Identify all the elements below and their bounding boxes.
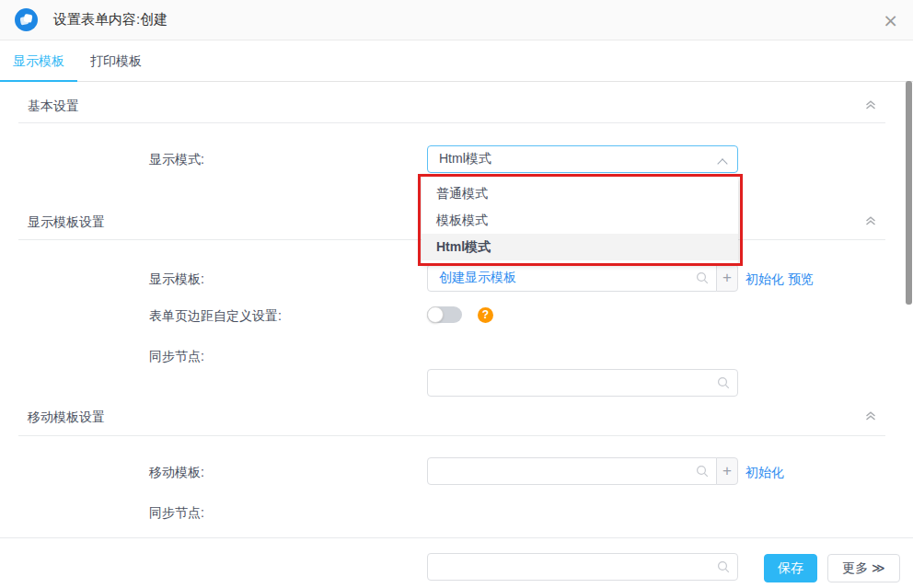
- tab-bar: 显示模板 打印模板: [0, 40, 913, 82]
- mobile-sync-node-input-wrap: [427, 553, 738, 581]
- close-icon[interactable]: ×: [883, 11, 898, 29]
- section-title-display-template: 显示模板设置: [28, 214, 105, 231]
- section-title-basic: 基本设置: [28, 98, 79, 115]
- init-mobile-template-link[interactable]: 初始化: [745, 465, 784, 481]
- page-margin-label: 表单页边距自定义设置:: [149, 308, 282, 325]
- display-mode-label: 显示模式:: [149, 152, 204, 168]
- tab-display-template[interactable]: 显示模板: [0, 40, 77, 81]
- mobile-sync-node-label: 同步节点:: [149, 505, 204, 522]
- display-mode-dropdown: 普通模式 模板模式 Html模式: [422, 177, 738, 264]
- mobile-sync-node-input[interactable]: [427, 553, 738, 581]
- collapse-icon-basic[interactable]: [863, 98, 878, 112]
- more-button[interactable]: 更多 ≫: [827, 554, 900, 582]
- dialog-header: 设置表单内容:创建 ×: [0, 0, 913, 40]
- display-mode-value: Html模式: [439, 151, 491, 167]
- sync-node-input[interactable]: [427, 369, 738, 397]
- section-title-mobile-template: 移动模板设置: [28, 409, 105, 426]
- vertical-scrollbar[interactable]: [906, 81, 912, 305]
- dropdown-option-html[interactable]: Html模式: [422, 234, 738, 260]
- preview-display-template-link[interactable]: 预览: [788, 271, 814, 288]
- init-display-template-link[interactable]: 初始化: [745, 271, 784, 288]
- tab-print-template[interactable]: 打印模板: [77, 40, 155, 81]
- display-template-input-group: +: [427, 264, 738, 292]
- collapse-icon-mobile-template[interactable]: [863, 409, 878, 423]
- search-icon: [717, 560, 730, 573]
- dropdown-option-template[interactable]: 模板模式: [422, 207, 738, 234]
- display-template-input[interactable]: [427, 264, 717, 292]
- sync-node-input-wrap: [427, 369, 738, 397]
- divider: [18, 122, 885, 123]
- mobile-template-label: 移动模板:: [149, 465, 204, 481]
- footer-divider: [0, 537, 913, 538]
- page-margin-toggle[interactable]: [427, 306, 462, 323]
- divider: [18, 435, 885, 436]
- search-icon: [717, 376, 730, 389]
- add-template-button[interactable]: +: [716, 264, 738, 292]
- search-icon: [696, 465, 709, 478]
- display-mode-select[interactable]: Html模式: [427, 145, 738, 173]
- dropdown-option-normal[interactable]: 普通模式: [422, 180, 738, 207]
- sync-node-label: 同步节点:: [149, 349, 204, 365]
- form-content: 基本设置 显示模式: Html模式 显示模板设置 显示模板:: [0, 82, 913, 588]
- mobile-template-input-group: +: [427, 457, 738, 485]
- add-mobile-template-button[interactable]: +: [716, 457, 738, 485]
- search-icon: [696, 271, 709, 284]
- collapse-icon-display-template[interactable]: [863, 213, 878, 228]
- save-button[interactable]: 保存: [764, 554, 817, 582]
- app-logo-icon: [15, 8, 38, 31]
- dialog-title: 设置表单内容:创建: [53, 11, 168, 29]
- mobile-template-input[interactable]: [427, 457, 717, 485]
- toggle-knob: [427, 306, 444, 323]
- help-icon[interactable]: ?: [478, 307, 493, 323]
- chevron-up-icon: [719, 158, 726, 166]
- display-template-label: 显示模板:: [149, 271, 204, 288]
